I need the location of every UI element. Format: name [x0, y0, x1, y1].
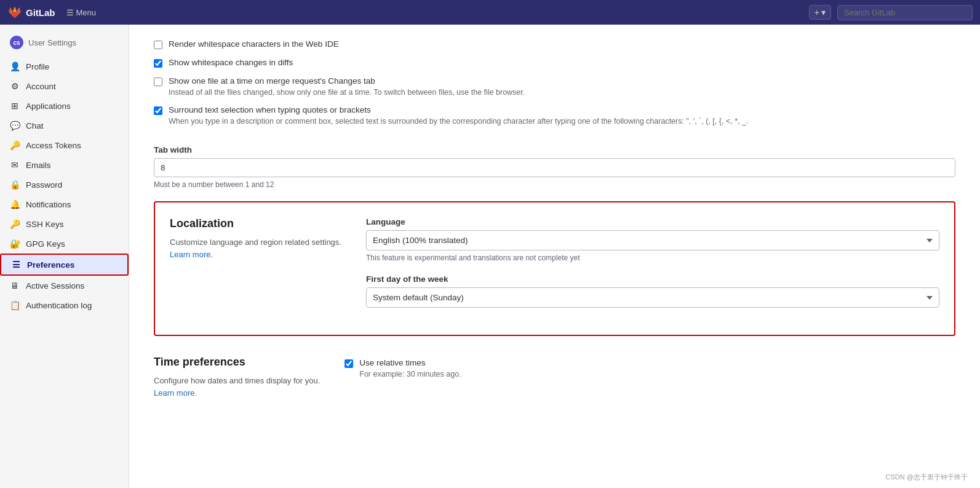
preferences-icon: ☰ [11, 260, 21, 270]
relative-times-checkbox[interactable] [345, 359, 353, 368]
sidebar-label-password: Password [26, 180, 62, 190]
main-content: Render whitespace characters in the Web … [129, 25, 980, 488]
sidebar-item-active-sessions[interactable]: 🖥 Active Sessions [0, 276, 129, 295]
chevron-down-icon: ▾ [821, 7, 826, 17]
time-prefs-description: Time preferences Configure how dates and… [154, 356, 320, 399]
checkbox-row-cb-whitespace-diffs: Show whitespace changes in diffs [154, 58, 955, 68]
tab-width-hint: Must be a number between 1 and 12 [154, 180, 955, 189]
cb-one-file-label: Show one file at a time on merge request… [169, 76, 525, 86]
language-field: Language English (100% translated)Chines… [366, 217, 939, 262]
sidebar-item-gpg-keys[interactable]: 🔐 GPG Keys [0, 234, 129, 254]
cb-surround-text-desc: When you type in a description or commen… [169, 117, 748, 126]
language-select[interactable]: English (100% translated)Chinese Simplif… [366, 230, 939, 250]
top-navigation: GitLab ☰ Menu + ▾ [0, 0, 980, 25]
menu-button[interactable]: ☰ Menu [66, 8, 97, 17]
applications-icon: ⊞ [10, 101, 20, 111]
checkboxes-section: Render whitespace characters in the Web … [154, 39, 955, 126]
sidebar-label-preferences: Preferences [27, 260, 74, 270]
sidebar-item-notifications[interactable]: 🔔 Notifications [0, 194, 129, 214]
first-day-select[interactable]: System default (Sunday)SundayMondaySatur… [366, 287, 939, 308]
tab-width-label: Tab width [154, 145, 955, 154]
tab-width-field: Tab width Must be a number between 1 and… [154, 145, 955, 189]
relative-times-label: Use relative times [359, 358, 461, 367]
sidebar-label-emails: Emails [26, 161, 51, 170]
sidebar-label-applications: Applications [26, 102, 71, 111]
search-input[interactable] [837, 5, 973, 20]
sidebar-nav: 👤 Profile⚙ Account⊞ Applications💬 Chat🔑 … [0, 57, 129, 315]
localization-description: Localization Customize language and regi… [170, 217, 341, 320]
first-day-label: First day of the week [366, 274, 939, 284]
sidebar-label-account: Account [26, 82, 56, 91]
avatar: cs [10, 36, 23, 49]
sidebar-title: User Settings [28, 38, 76, 47]
notifications-icon: 🔔 [10, 199, 20, 209]
gpg-keys-icon: 🔐 [10, 239, 20, 249]
localization-controls: Language English (100% translated)Chines… [366, 217, 939, 320]
time-prefs-controls: Use relative times For example: 30 minut… [345, 356, 955, 399]
plus-icon: + [815, 7, 819, 17]
sidebar-label-ssh-keys: SSH Keys [26, 220, 64, 229]
sidebar-item-account[interactable]: ⚙ Account [0, 76, 129, 96]
language-hint: This feature is experimental and transla… [366, 254, 939, 262]
time-preferences-section: Time preferences Configure how dates and… [154, 356, 955, 399]
sidebar-item-emails[interactable]: ✉ Emails [0, 155, 129, 175]
sidebar-label-chat: Chat [26, 121, 44, 130]
chat-icon: 💬 [10, 121, 20, 130]
sidebar-item-access-tokens[interactable]: 🔑 Access Tokens [0, 135, 129, 155]
watermark: CSDN @忠于衷于钟于终于 [886, 473, 968, 482]
sidebar: cs User Settings 👤 Profile⚙ Account⊞ App… [0, 25, 129, 488]
checkbox-row-cb-surround-text: Surround text selection when typing quot… [154, 105, 955, 126]
emails-icon: ✉ [10, 160, 20, 170]
active-sessions-icon: 🖥 [10, 281, 20, 290]
relative-times-example: For example: 30 minutes ago. [359, 370, 461, 378]
checkbox-row-cb-one-file: Show one file at a time on merge request… [154, 76, 955, 97]
brand-name: GitLab [26, 7, 55, 18]
cb-surround-text-label: Surround text selection when typing quot… [169, 105, 748, 114]
cb-whitespace-diffs-label: Show whitespace changes in diffs [169, 58, 293, 67]
cb-whitespace-ide-checkbox[interactable] [154, 41, 162, 49]
checkbox-row-cb-whitespace-ide: Render whitespace characters in the Web … [154, 39, 955, 49]
cb-one-file-checkbox[interactable] [154, 78, 162, 86]
sidebar-item-password[interactable]: 🔒 Password [0, 175, 129, 194]
sidebar-label-notifications: Notifications [26, 200, 71, 209]
menu-label: Menu [76, 8, 97, 17]
hamburger-icon: ☰ [66, 8, 74, 17]
first-day-field: First day of the week System default (Su… [366, 274, 939, 308]
time-prefs-desc: Configure how dates and times display fo… [154, 375, 320, 399]
sidebar-item-profile[interactable]: 👤 Profile [0, 57, 129, 76]
cb-whitespace-ide-label: Render whitespace characters in the Web … [169, 39, 339, 49]
sidebar-label-profile: Profile [26, 62, 49, 71]
ssh-keys-icon: 🔑 [10, 219, 20, 229]
sidebar-item-auth-log[interactable]: 📋 Authentication log [0, 295, 129, 315]
localization-learn-more-link[interactable]: Learn more. [170, 250, 213, 259]
cb-whitespace-diffs-checkbox[interactable] [154, 59, 162, 68]
relative-times-row: Use relative times For example: 30 minut… [345, 358, 955, 378]
plus-button[interactable]: + ▾ [809, 5, 831, 20]
sidebar-label-gpg-keys: GPG Keys [26, 239, 65, 249]
sidebar-item-chat[interactable]: 💬 Chat [0, 116, 129, 135]
localization-desc: Customize language and region related se… [170, 236, 341, 260]
sidebar-label-access-tokens: Access Tokens [26, 141, 81, 150]
access-tokens-icon: 🔑 [10, 140, 20, 150]
sidebar-label-auth-log: Authentication log [26, 301, 92, 310]
sidebar-item-applications[interactable]: ⊞ Applications [0, 96, 129, 116]
cb-surround-text-checkbox[interactable] [154, 106, 162, 115]
sidebar-label-active-sessions: Active Sessions [26, 281, 84, 290]
tab-width-input[interactable] [154, 158, 955, 177]
sidebar-item-preferences[interactable]: ☰ Preferences [0, 254, 129, 276]
localization-title: Localization [170, 217, 341, 230]
time-prefs-learn-more-link[interactable]: Learn more. [154, 388, 197, 398]
sidebar-item-ssh-keys[interactable]: 🔑 SSH Keys [0, 214, 129, 234]
cb-one-file-desc: Instead of all the files changed, show o… [169, 88, 525, 97]
time-prefs-title: Time preferences [154, 356, 320, 369]
sidebar-header: cs User Settings [0, 31, 129, 57]
localization-section: Localization Customize language and regi… [154, 201, 955, 336]
page-layout: cs User Settings 👤 Profile⚙ Account⊞ App… [0, 25, 980, 488]
account-icon: ⚙ [10, 81, 20, 91]
auth-log-icon: 📋 [10, 300, 20, 310]
password-icon: 🔒 [10, 180, 20, 190]
profile-icon: 👤 [10, 62, 20, 71]
brand: GitLab [7, 5, 55, 20]
language-label: Language [366, 217, 939, 226]
